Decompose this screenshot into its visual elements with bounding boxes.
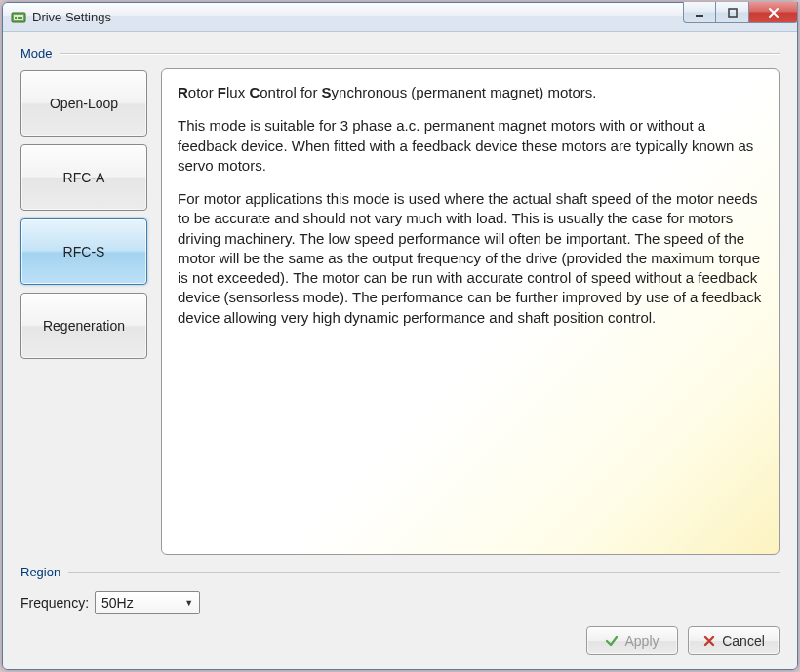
app-icon [11, 10, 26, 25]
mode-button-label: Regeneration [43, 318, 125, 334]
svg-point-2 [15, 17, 17, 19]
mode-description-heading: Rotor Flux Control for Synchronous (perm… [178, 83, 763, 102]
dialog-footer: Apply Cancel [20, 620, 780, 655]
chevron-down-icon: ▼ [184, 598, 193, 608]
maximize-button[interactable] [716, 2, 749, 23]
mode-button-label: RFC-A [63, 170, 105, 185]
region-area: Region Frequency: 50Hz ▼ [20, 565, 780, 620]
titlebar: Drive Settings [3, 3, 797, 32]
check-icon [605, 634, 619, 648]
svg-rect-6 [729, 9, 737, 17]
svg-point-3 [18, 17, 20, 19]
frequency-value: 50Hz [101, 595, 134, 611]
cross-icon [702, 634, 716, 648]
client-area: Mode Open-Loop RFC-A RFC-S Regeneration [3, 32, 797, 669]
mode-button-open-loop[interactable]: Open-Loop [20, 70, 147, 137]
mode-group-label: Mode [20, 46, 780, 60]
frequency-select[interactable]: 50Hz ▼ [95, 591, 200, 614]
window-title: Drive Settings [32, 10, 683, 24]
mode-button-rfc-a[interactable]: RFC-A [20, 144, 147, 211]
mode-area: Open-Loop RFC-A RFC-S Regeneration Rotor… [20, 68, 780, 555]
mode-button-label: RFC-S [63, 244, 105, 259]
region-group-label: Region [20, 565, 780, 579]
region-group-text: Region [20, 565, 60, 579]
minimize-button[interactable] [683, 2, 716, 23]
window-controls [683, 2, 798, 23]
apply-button[interactable]: Apply [586, 626, 678, 655]
mode-description-panel: Rotor Flux Control for Synchronous (perm… [161, 68, 780, 555]
region-row: Frequency: 50Hz ▼ [20, 587, 780, 620]
close-button[interactable] [749, 2, 798, 23]
frequency-label: Frequency: [20, 595, 89, 611]
cancel-button[interactable]: Cancel [688, 626, 780, 655]
mode-description-para2: For motor applications this mode is used… [178, 189, 763, 328]
mode-button-column: Open-Loop RFC-A RFC-S Regeneration [20, 68, 147, 555]
svg-point-4 [20, 17, 22, 19]
drive-settings-window: Drive Settings Mode Open-Loop [2, 2, 798, 670]
mode-button-regeneration[interactable]: Regeneration [20, 293, 147, 359]
svg-rect-5 [696, 15, 703, 17]
divider [60, 53, 780, 54]
mode-description-para1: This mode is suitable for 3 phase a.c. p… [178, 116, 763, 176]
mode-button-label: Open-Loop [50, 96, 118, 111]
mode-button-rfc-s[interactable]: RFC-S [20, 218, 147, 285]
cancel-button-label: Cancel [722, 633, 765, 649]
divider [68, 572, 780, 573]
apply-button-label: Apply [624, 633, 659, 649]
mode-group-text: Mode [20, 46, 53, 60]
